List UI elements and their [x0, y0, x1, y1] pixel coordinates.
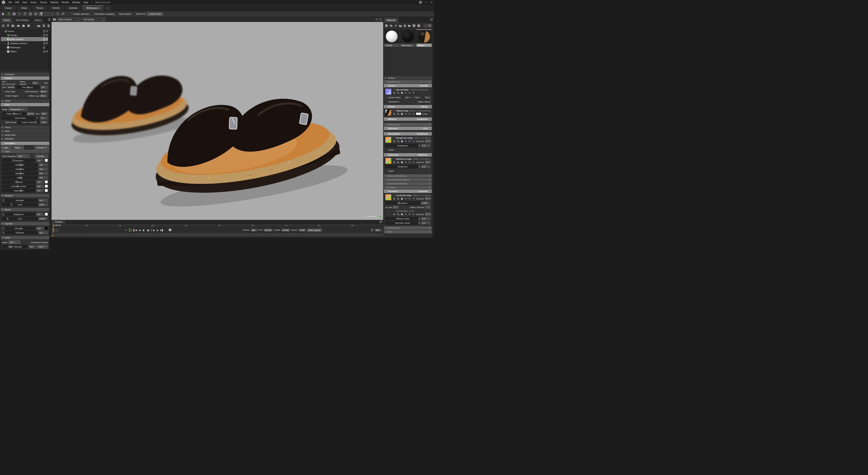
magnify-preview-icon[interactable] [397, 213, 399, 215]
fov-field[interactable]: 29.74 [27, 112, 35, 115]
bloom-size-field[interactable]: 0.063 [38, 217, 48, 220]
highlights-slider[interactable]: Highlights [2, 163, 37, 167]
menu-scene[interactable]: Scene [30, 1, 37, 4]
settings-gear-icon[interactable]: ⚙ [393, 213, 396, 215]
reload-map-icon[interactable]: ↻ [408, 140, 411, 143]
sphere-preview-icon[interactable] [401, 140, 403, 143]
vignette-softness-field[interactable]: 0.0 [38, 231, 48, 234]
joint-tool-icon[interactable] [18, 12, 22, 16]
midtones-slider[interactable]: Midtones [2, 168, 37, 171]
vignette-strength-slider[interactable]: Strength [2, 227, 35, 230]
section-transparency[interactable]: Transparency:-▼ [384, 226, 432, 230]
menu-file[interactable]: File [8, 1, 12, 4]
tree-row-render[interactable]: Render [1, 33, 50, 37]
polygon-lasso-icon[interactable] [61, 12, 65, 16]
metalness-channel-dropdown[interactable]: B▼ [425, 160, 431, 164]
expand-icon[interactable]: + [4, 42, 6, 44]
clear-map-icon[interactable]: × [412, 161, 415, 164]
section-surface[interactable]: ▼Surface:Normals▼ [384, 84, 432, 87]
follow-target-checkbox[interactable]: Follow Target [2, 94, 18, 97]
tab-history[interactable]: History [32, 18, 44, 23]
duplicate-icon[interactable] [42, 24, 45, 27]
bloom-size-slider[interactable]: Size [2, 217, 37, 220]
frame-opacity-field[interactable]: 0.75 [40, 121, 48, 124]
diffuse-cavity-slider[interactable]: Diffuse Cavity [385, 217, 420, 220]
contrast-center-field[interactable]: 0.5 [36, 184, 44, 188]
sharpen-limit-slider[interactable]: Limit [2, 203, 37, 206]
speed-field[interactable]: 1.000 [298, 229, 306, 232]
edit-pencil-icon[interactable]: ✎ [404, 161, 407, 164]
curves-button[interactable]: Curves... [35, 154, 48, 158]
collapse-icon[interactable]: − [2, 30, 4, 32]
highlights-field[interactable]: 0.0 [38, 163, 48, 167]
clear-map-icon[interactable]: × [412, 91, 415, 94]
tab-timeline[interactable]: Timeline [52, 220, 65, 224]
section-vignette[interactable]: ▼Vignette [1, 222, 49, 225]
new-folder-icon[interactable] [37, 25, 40, 27]
expand-icon[interactable]: + [4, 38, 6, 40]
metalness-map-thumbnail[interactable] [385, 158, 392, 164]
materials-panel-scrollbar[interactable] [432, 17, 434, 237]
safe-frame-checkbox[interactable]: Safe Frame [2, 121, 17, 123]
add-sky-icon[interactable] [17, 25, 20, 27]
exposure-color-swatch[interactable] [45, 159, 48, 162]
section-displacement[interactable]: Displacement:-▼ [384, 80, 432, 84]
section-control[interactable]: ▼Control [1, 77, 49, 80]
step-forward-icon[interactable]: ▏▶ [151, 229, 155, 231]
frame-opacity-slider[interactable]: Frame Opacity [18, 121, 39, 124]
menu-edit[interactable]: Edit [15, 1, 19, 4]
add-shadow-catcher-icon[interactable] [22, 24, 25, 27]
menu-view[interactable]: View [22, 1, 27, 4]
frames-field[interactable]: 300 [251, 229, 257, 232]
playhead[interactable] [53, 224, 53, 233]
enable-selection-checkbox[interactable]: Enable Selection [70, 13, 89, 15]
section-grain[interactable]: ▼Grain [1, 236, 49, 237]
section-diffusion[interactable]: ▼Diffusion:Lambertian▼ [384, 117, 432, 121]
section-post-effect[interactable]: ▼Post Effect [1, 142, 49, 145]
tab-texture[interactable]: Texture [32, 5, 48, 11]
add-object-icon[interactable] [2, 24, 5, 27]
roughness-channel-dropdown[interactable]: G▼ [425, 140, 431, 143]
section-extra[interactable]: Extra:-▼ [384, 230, 432, 233]
section-transform[interactable]: ▶Transform [1, 72, 49, 76]
section-clearcoat-reflection[interactable]: Clearcoat Reflection:-▼ [384, 174, 432, 178]
tab-materials[interactable]: Materials [384, 18, 399, 23]
follow-lag-field[interactable]: 50.0 [40, 94, 48, 97]
folder-icon[interactable] [399, 25, 402, 27]
viewport-camera-dropdown[interactable]: Main Camera▼ [57, 18, 81, 21]
saturation-swatch[interactable] [45, 189, 48, 192]
clear-map-icon[interactable]: × [412, 112, 415, 115]
snapshot-icon[interactable] [375, 18, 378, 21]
tab-render[interactable]: Render [48, 5, 64, 11]
reload-map-icon[interactable]: ↻ [408, 161, 411, 164]
clear-map-icon[interactable]: × [412, 140, 415, 143]
section-reflection[interactable]: ▼Reflection:GGX▼ [384, 127, 432, 130]
load-button[interactable]: Load... [1, 146, 12, 149]
delete-icon[interactable] [48, 24, 50, 27]
center-pivot-button[interactable]: Center Pivot [147, 12, 163, 16]
split-view-icon[interactable] [379, 18, 382, 21]
menu-window[interactable]: Window [72, 1, 80, 4]
tree-scrollbar[interactable] [48, 29, 50, 70]
close-icon[interactable]: × [431, 1, 432, 4]
edit-pencil-icon[interactable]: ✎ [404, 91, 407, 94]
section-reflectivity[interactable]: ▼Reflectivity:Metalness▼ [384, 153, 432, 156]
tab-workspace-1[interactable]: Workspace 1 [82, 5, 104, 11]
section-clearcoat-microsurface[interactable]: Clearcoat Microsurface:-▼ [384, 178, 432, 181]
bloom-brightness-slider[interactable]: Brightness [2, 213, 35, 216]
presets-button[interactable]: Presets [35, 146, 49, 149]
tone-mapping-dropdown[interactable]: Hejl▼ [17, 154, 30, 158]
generate-z-checkbox[interactable]: Generate Z [385, 100, 399, 103]
material-item-default[interactable]: Default [384, 29, 399, 47]
tab-tool-settings[interactable]: Tool Settings [13, 18, 31, 23]
length-field[interactable]: 10.000 [281, 229, 290, 232]
shadows-field[interactable]: 0.0 [38, 172, 48, 175]
expand-icon[interactable]: + [4, 51, 6, 53]
viewport-3d[interactable] [52, 22, 383, 220]
bloom-color-swatch[interactable] [45, 213, 48, 216]
tree-row-shadow-catcher[interactable]: + Shadow Catcher 1 [1, 41, 50, 45]
settings-gear-icon[interactable]: ⚙ [393, 161, 396, 164]
sharpen-strength-slider[interactable]: Strength [2, 199, 37, 202]
import-material-icon[interactable] [412, 24, 415, 27]
circle-select-icon[interactable] [50, 12, 54, 16]
